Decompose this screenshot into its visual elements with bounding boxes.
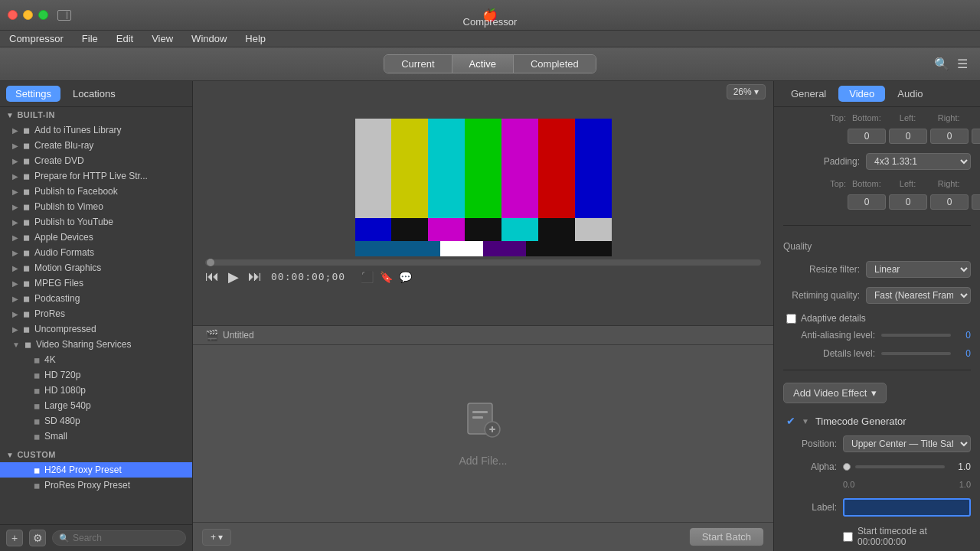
zoom-button[interactable]: 26% ▾ <box>727 84 766 99</box>
left-value2-input[interactable] <box>930 194 969 210</box>
tab-audio[interactable]: Audio <box>887 86 933 102</box>
add-video-effect-button[interactable]: Add Video Effect ▾ <box>783 383 887 403</box>
start-timecode-checkbox[interactable] <box>843 532 853 542</box>
view-tab-group[interactable]: Current Active Completed <box>384 54 596 73</box>
sidebar-item-4k[interactable]: ◼ 4K <box>0 352 192 367</box>
sidebar-item-youtube[interactable]: ▶ ◼ Publish to YouTube <box>0 214 192 230</box>
right-value-input[interactable] <box>972 129 980 144</box>
left-value-input[interactable] <box>930 129 969 144</box>
sidebar-item-large540p[interactable]: ◼ Large 540p <box>0 398 192 413</box>
menu-view[interactable]: View <box>149 33 176 44</box>
sidebar-item-add-itunes[interactable]: ▶ ◼ Add to iTunes Library <box>0 122 192 138</box>
bottom-value-input[interactable] <box>889 129 927 144</box>
bottom-label2: Bottom: <box>846 179 887 188</box>
sidebar-item-small[interactable]: ◼ Small <box>0 429 192 444</box>
prev-frame-button[interactable]: ⏮ <box>205 269 219 285</box>
anti-aliasing-value: 0 <box>956 330 971 341</box>
adaptive-details-checkbox[interactable] <box>786 314 796 324</box>
search-input[interactable] <box>73 533 179 543</box>
color-bars-bottom <box>355 241 612 256</box>
bookmark-icon[interactable]: 🔖 <box>380 271 393 283</box>
retiming-quality-select[interactable]: Fast (Nearest Frame) Standard (Frame Ble… <box>866 287 971 304</box>
menu-compressor[interactable]: Compressor <box>6 33 67 44</box>
top-label: Top: <box>785 113 846 122</box>
top-value2-input[interactable] <box>848 194 886 210</box>
tab-completed[interactable]: Completed <box>514 55 596 73</box>
alpha-slider[interactable] <box>855 465 945 468</box>
menu-help[interactable]: Help <box>242 33 269 44</box>
add-preset-button[interactable]: + <box>6 530 23 546</box>
color-bars-middle <box>355 218 612 241</box>
search-icon[interactable]: 🔍 <box>934 57 949 71</box>
menu-window[interactable]: Window <box>188 33 230 44</box>
scrubber[interactable] <box>205 259 761 266</box>
start-batch-button[interactable]: Start Batch <box>689 527 764 546</box>
next-frame-button[interactable]: ⏭ <box>248 269 262 285</box>
scrubber-handle[interactable] <box>207 259 214 266</box>
builtin-section-header[interactable]: ▼ BUILT-IN <box>0 107 192 122</box>
sidebar-item-http[interactable]: ▶ ◼ Prepare for HTTP Live Str... <box>0 168 192 184</box>
sidebar-item-uncompressed[interactable]: ▶ ◼ Uncompressed <box>0 321 192 337</box>
custom-section-header[interactable]: ▼ CUSTOM <box>0 447 192 462</box>
settings-button[interactable]: ⚙ <box>29 530 46 546</box>
sidebar-item-podcasting[interactable]: ▶ ◼ Podcasting <box>0 291 192 306</box>
position-select[interactable]: Upper Center — Title Safe Lower Center —… <box>843 435 971 452</box>
panel-tabs: General Video Audio <box>774 81 980 107</box>
add-file-text[interactable]: Add File... <box>459 455 507 467</box>
details-level-slider[interactable] <box>881 352 951 355</box>
sidebar-item-video-sharing[interactable]: ▼ ◼ Video Sharing Services <box>0 337 192 352</box>
sidebar-item-hd720p[interactable]: ◼ HD 720p <box>0 367 192 383</box>
sidebar-search[interactable]: 🔍 <box>52 530 186 546</box>
tab-video[interactable]: Video <box>838 86 885 102</box>
traffic-lights[interactable] <box>8 10 48 20</box>
label-input[interactable] <box>843 498 971 517</box>
add-effect-label: Add Video Effect <box>793 387 867 399</box>
sidebar-item-prores-proxy[interactable]: ◼ ProRes Proxy Preset <box>0 478 192 493</box>
sidebar-item-motion-graphics[interactable]: ▶ ◼ Motion Graphics <box>0 260 192 276</box>
play-button[interactable]: ▶ <box>228 269 239 285</box>
sidebar-tab-settings[interactable]: Settings <box>6 86 60 102</box>
tab-current[interactable]: Current <box>384 55 452 73</box>
sidebar-item-apple-devices[interactable]: ▶ ◼ Apple Devices <box>0 230 192 245</box>
timecode-display: 00:00:00;00 <box>271 271 345 282</box>
sidebar-item-prores[interactable]: ▶ ◼ ProRes <box>0 306 192 321</box>
add-batch-button[interactable]: + ▾ <box>202 529 231 546</box>
list-icon[interactable]: ☰ <box>957 57 968 71</box>
anti-aliasing-slider[interactable] <box>881 334 951 337</box>
speech-bubble-icon[interactable]: 💬 <box>399 271 412 283</box>
top-value-input[interactable] <box>848 129 886 144</box>
menu-edit[interactable]: Edit <box>113 33 136 44</box>
sidebar-item-h264-proxy[interactable]: ◼ H264 Proxy Preset <box>0 462 192 478</box>
sidebar-item-sd480p[interactable]: ◼ SD 480p <box>0 413 192 429</box>
color-bars <box>355 119 612 256</box>
sidebar-item-facebook[interactable]: ▶ ◼ Publish to Facebook <box>0 184 192 199</box>
sidebar-item-mpeg-files[interactable]: ▶ ◼ MPEG Files <box>0 276 192 291</box>
sidebar-item-dvd[interactable]: ▶ ◼ Create DVD <box>0 153 192 168</box>
preview-area: 26% ▾ <box>193 81 773 326</box>
display-mode-icon[interactable]: ⬛ <box>361 271 374 283</box>
bottom-value2-input[interactable] <box>889 194 927 210</box>
timecode-check-icon[interactable]: ✔ <box>786 415 795 427</box>
sidebar-item-vimeo[interactable]: ▶ ◼ Publish to Vimeo <box>0 199 192 214</box>
sidebar-item-audio-formats[interactable]: ▶ ◼ Audio Formats <box>0 245 192 260</box>
close-button[interactable] <box>8 10 18 20</box>
timecode-expand-arrow[interactable]: ▼ <box>802 417 809 425</box>
resize-filter-select[interactable]: Linear Better Quality (Lanczos2) Best Qu… <box>866 261 971 278</box>
maximize-button[interactable] <box>38 10 48 20</box>
details-level-value: 0 <box>956 348 971 359</box>
right-value2-input[interactable] <box>972 194 980 210</box>
padding-row: Padding: 4x3 1.33:1 16x9 1.78:1 None <box>783 153 971 170</box>
tab-general[interactable]: General <box>780 86 837 102</box>
adaptive-details-row: Adaptive details <box>786 313 971 324</box>
sidebar-item-hd1080p[interactable]: ◼ HD 1080p <box>0 383 192 398</box>
sidebar-tab-locations[interactable]: Locations <box>64 86 125 102</box>
menu-file[interactable]: File <box>79 33 101 44</box>
padding-select[interactable]: 4x3 1.33:1 16x9 1.78:1 None <box>866 153 971 170</box>
tab-active[interactable]: Active <box>452 55 514 73</box>
main-layout: Settings Locations ▼ BUILT-IN ▶ ◼ Add to… <box>0 81 980 551</box>
sidebar: Settings Locations ▼ BUILT-IN ▶ ◼ Add to… <box>0 81 193 551</box>
bar-green <box>465 119 501 218</box>
sidebar-item-bluray[interactable]: ▶ ◼ Create Blu-ray <box>0 138 192 153</box>
minimize-button[interactable] <box>23 10 33 20</box>
batch-header: 🎬 Untitled <box>193 326 773 345</box>
